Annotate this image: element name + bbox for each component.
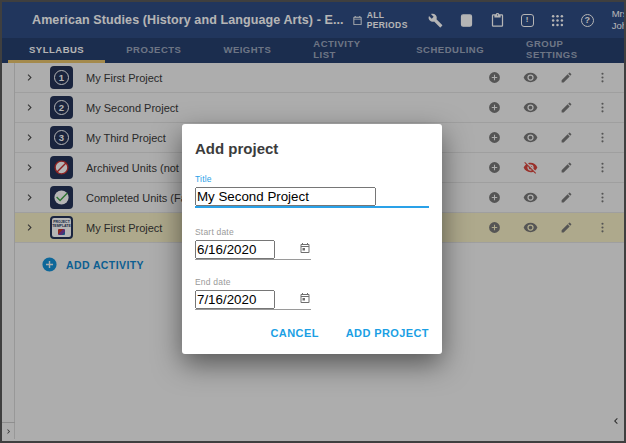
- start-date-label: Start date: [195, 227, 429, 237]
- title-input[interactable]: [195, 187, 376, 206]
- dialog-actions: CANCEL ADD PROJECT: [195, 327, 429, 341]
- start-date-field: [195, 240, 311, 260]
- add-project-button[interactable]: ADD PROJECT: [346, 327, 429, 339]
- end-date-label: End date: [195, 277, 429, 287]
- calendar-picker-icon[interactable]: [299, 292, 311, 304]
- calendar-picker-icon[interactable]: [299, 242, 311, 254]
- end-date-input[interactable]: [195, 290, 275, 309]
- dialog-title: Add project: [195, 140, 429, 157]
- end-date-field: [195, 290, 311, 310]
- start-date-input[interactable]: [195, 240, 275, 259]
- add-project-dialog: Add project Title Start date End date CA…: [182, 124, 442, 354]
- title-field-label: Title: [195, 174, 429, 184]
- cancel-button[interactable]: CANCEL: [271, 327, 319, 339]
- app-window: American Studies (History and Language A…: [0, 0, 626, 443]
- title-field: [195, 187, 429, 208]
